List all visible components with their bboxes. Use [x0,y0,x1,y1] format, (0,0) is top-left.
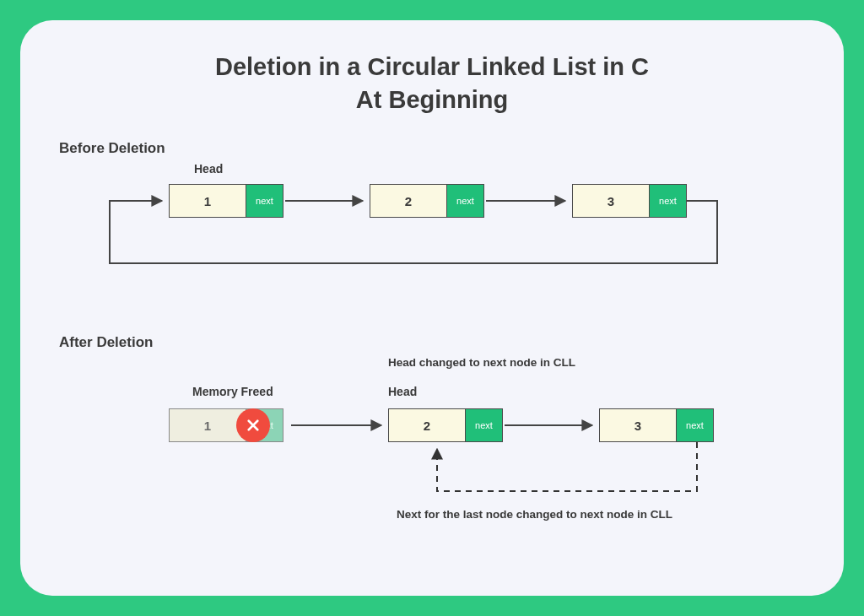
after-section-label: After Deletion [59,334,805,351]
node-next: next [676,409,713,441]
node-value: 3 [573,185,649,217]
node-value: 1 [170,185,246,217]
before-stage: Head 1 next 2 next 3 next [59,162,805,305]
title-line-1: Deletion in a Circular Linked List in C [215,53,649,80]
after-arrows [59,356,818,550]
node-next: next [465,409,502,441]
before-section-label: Before Deletion [59,140,805,157]
node-2-before: 2 next [370,184,484,218]
memory-freed-label: Memory Freed [192,385,273,398]
node-value: 1 [170,409,246,441]
node-1-before: 1 next [169,184,284,218]
node-value: 3 [600,409,676,441]
last-next-caption: Next for the last node changed to next n… [397,508,672,521]
node-next: next [246,185,283,217]
node-value: 2 [370,185,446,217]
page-title: Deletion in a Circular Linked List in C … [59,51,805,116]
node-next: next [649,185,686,217]
head-changed-caption: Head changed to next node in CLL [388,356,575,369]
head-label-before: Head [194,162,223,176]
node-2-after: 2 next [388,408,503,442]
node-next: next [446,185,483,217]
after-stage: Head changed to next node in CLL Memory … [59,356,805,550]
node-value: 2 [389,409,465,441]
node-3-after: 3 next [599,408,714,442]
diagram-canvas: Deletion in a Circular Linked List in C … [20,20,844,596]
delete-icon [236,408,270,442]
title-line-2: At Beginning [356,86,508,113]
head-label-after: Head [388,385,417,398]
node-3-before: 3 next [572,184,687,218]
